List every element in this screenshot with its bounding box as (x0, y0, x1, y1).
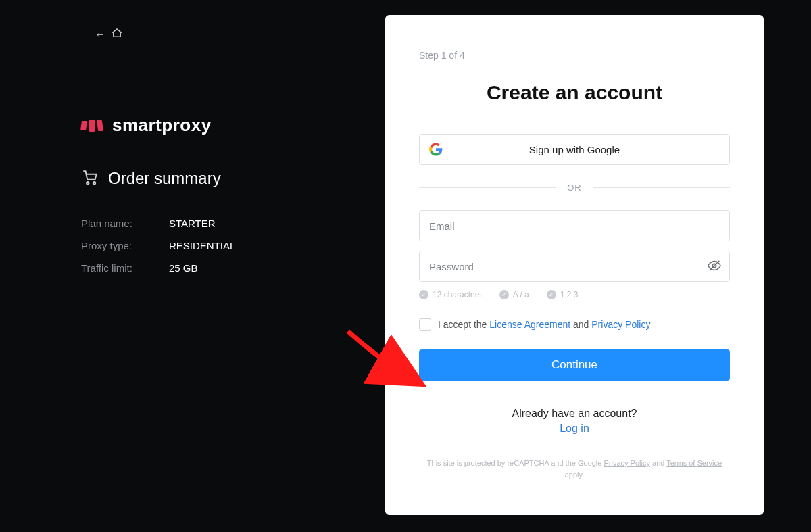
check-icon (547, 290, 556, 299)
svg-point-0 (87, 182, 89, 184)
summary-label: Traffic limit: (81, 262, 169, 274)
password-field[interactable] (419, 251, 730, 282)
login-link[interactable]: Log in (419, 422, 730, 435)
summary-label: Plan name: (81, 218, 169, 229)
brand-name: smartproxy (112, 115, 212, 136)
or-divider: OR (419, 183, 730, 193)
back-home-nav[interactable]: ← (95, 27, 123, 42)
summary-value: RESIDENTIAL (169, 240, 235, 251)
or-text: OR (556, 183, 593, 193)
email-field[interactable] (419, 210, 730, 241)
continue-button[interactable]: Continue (419, 349, 730, 381)
google-signup-button[interactable]: Sign up with Google (419, 134, 730, 165)
logo-mark-icon (81, 120, 103, 132)
license-agreement-link[interactable]: License Agreement (489, 319, 570, 330)
svg-point-1 (93, 182, 95, 184)
brand-logo: smartproxy (81, 115, 338, 136)
step-indicator: Step 1 of 4 (419, 50, 730, 61)
summary-row: Proxy type: RESIDENTIAL (81, 240, 338, 251)
accept-terms-row: I accept the License Agreement and Priva… (419, 318, 730, 331)
privacy-policy-link[interactable]: Privacy Policy (591, 319, 650, 330)
order-summary-panel: ← smartproxy Order summary Plan name: ST… (0, 0, 378, 532)
password-rule: 12 characters (419, 290, 482, 299)
cart-icon (81, 168, 99, 189)
password-rule: 1 2 3 (547, 290, 579, 299)
accept-terms-checkbox[interactable] (419, 318, 431, 331)
toggle-password-visibility-button[interactable] (706, 258, 723, 275)
google-icon (429, 143, 443, 156)
order-summary-table: Plan name: STARTER Proxy type: RESIDENTI… (81, 218, 338, 274)
already-have-account-text: Already have an account? (419, 408, 730, 420)
google-tos-link[interactable]: Terms of Service (666, 459, 722, 467)
order-summary-header: Order summary (81, 168, 338, 201)
summary-row: Traffic limit: 25 GB (81, 262, 338, 274)
password-rule: A / a (499, 290, 529, 299)
accept-terms-text: I accept the License Agreement and Priva… (438, 319, 650, 330)
summary-row: Plan name: STARTER (81, 218, 338, 229)
summary-label: Proxy type: (81, 240, 169, 251)
check-icon (419, 290, 428, 299)
recaptcha-legal-text: This site is protected by reCAPTCHA and … (419, 458, 730, 480)
home-icon (111, 27, 123, 42)
google-signup-label: Sign up with Google (529, 144, 620, 155)
summary-value: STARTER (169, 218, 216, 229)
order-summary-title: Order summary (108, 169, 221, 188)
back-arrow-icon: ← (95, 28, 105, 41)
eye-off-icon (707, 258, 722, 273)
google-privacy-link[interactable]: Privacy Policy (604, 459, 650, 467)
summary-value: 25 GB (169, 262, 198, 274)
password-rules: 12 characters A / a 1 2 3 (419, 290, 730, 299)
signup-card: Step 1 of 4 Create an account Sign up wi… (385, 15, 764, 515)
check-icon (499, 290, 509, 299)
signup-title: Create an account (419, 81, 730, 104)
